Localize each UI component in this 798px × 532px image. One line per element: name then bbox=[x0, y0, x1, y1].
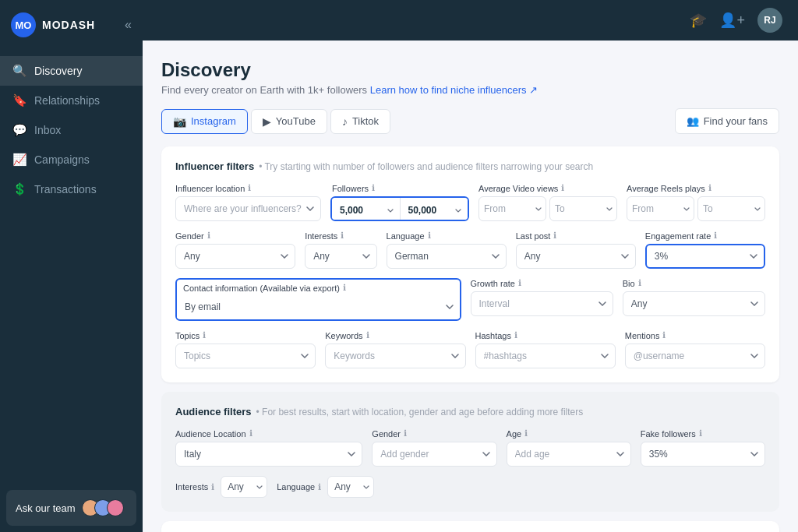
audience-language-select[interactable]: Any bbox=[327, 476, 374, 498]
audience-interests-select[interactable]: Any bbox=[221, 476, 267, 498]
language-select[interactable]: German bbox=[387, 244, 507, 269]
interests-select[interactable]: Any bbox=[305, 244, 376, 269]
add-user-icon[interactable]: 👤+ bbox=[719, 12, 745, 29]
hashtags-group: Hashtags ℹ #hashtags bbox=[475, 330, 616, 368]
mentions-info-icon[interactable]: ℹ bbox=[662, 330, 666, 340]
tiktok-icon: ♪ bbox=[342, 115, 348, 128]
username-search-card: Search by username • Successful users of… bbox=[161, 521, 779, 532]
graduation-icon[interactable]: 🎓 bbox=[690, 12, 707, 29]
learn-more-link[interactable]: Learn how to find niche influencers ↗ bbox=[370, 84, 538, 96]
page-content: Discovery Find every creator on Earth wi… bbox=[143, 41, 798, 532]
avg-reels-label: Average Reels plays ℹ bbox=[627, 183, 765, 193]
followers-info-icon[interactable]: ℹ bbox=[372, 183, 375, 193]
audience-interests-info-icon[interactable]: ℹ bbox=[211, 482, 214, 492]
audience-gender-label: Gender ℹ bbox=[372, 428, 496, 439]
sidebar-item-relationships[interactable]: 🔖 Relationships bbox=[0, 86, 143, 115]
contact-select[interactable]: By email bbox=[177, 296, 460, 318]
followers-label: Followers ℹ bbox=[330, 183, 469, 193]
keywords-select[interactable]: Keywords bbox=[325, 344, 465, 368]
sidebar-item-label: Transactions bbox=[34, 183, 97, 196]
contact-info-icon[interactable]: ℹ bbox=[343, 283, 346, 293]
interests-info-icon[interactable]: ℹ bbox=[341, 231, 344, 241]
last-post-select[interactable]: Any bbox=[516, 244, 636, 269]
interests-label: Interests ℹ bbox=[305, 231, 376, 241]
fake-followers-select[interactable]: 35% bbox=[641, 442, 765, 467]
audience-age-group: Age ℹ Add age bbox=[507, 428, 631, 467]
audience-location-info-icon[interactable]: ℹ bbox=[249, 428, 252, 439]
sidebar-item-inbox[interactable]: 💬 Inbox bbox=[0, 115, 143, 145]
collapse-button[interactable]: « bbox=[125, 18, 132, 32]
hashtags-info-icon[interactable]: ℹ bbox=[514, 330, 517, 340]
growth-select[interactable]: Interval bbox=[471, 291, 613, 316]
contact-label: Contact information (Available via expor… bbox=[177, 283, 460, 293]
last-post-group: Last post ℹ Any bbox=[516, 231, 636, 269]
avg-video-range: From To bbox=[478, 196, 617, 221]
gender-group: Gender ℹ Any bbox=[175, 231, 295, 269]
growth-info-icon[interactable]: ℹ bbox=[518, 278, 521, 288]
avg-reels-info-icon[interactable]: ℹ bbox=[708, 183, 711, 193]
keywords-info-icon[interactable]: ℹ bbox=[366, 330, 369, 340]
topics-info-icon[interactable]: ℹ bbox=[203, 330, 206, 340]
app-name: MODASH bbox=[42, 19, 95, 31]
audience-age-select[interactable]: Add age bbox=[507, 442, 631, 467]
ask-team-button[interactable]: Ask our team bbox=[6, 490, 136, 526]
engagement-group: Engagement rate ℹ 3% bbox=[645, 231, 765, 269]
avatar-3 bbox=[107, 499, 124, 516]
bio-select[interactable]: Any bbox=[623, 291, 765, 316]
team-avatars bbox=[82, 499, 124, 516]
avg-reels-from-select[interactable]: From bbox=[627, 196, 694, 221]
sidebar-item-transactions[interactable]: 💲 Transactions bbox=[0, 174, 143, 204]
ask-team-label: Ask our team bbox=[16, 502, 76, 514]
audience-gender-select[interactable]: Add gender bbox=[372, 442, 496, 467]
topbar: 🎓 👤+ RJ bbox=[143, 0, 798, 41]
filter-row-2: Gender ℹ Any Interests ℹ Any bbox=[175, 231, 765, 269]
influencer-filters-card: Influencer filters • Try starting with n… bbox=[161, 146, 779, 382]
audience-gender-info-icon[interactable]: ℹ bbox=[404, 428, 407, 439]
audience-age-info-icon[interactable]: ℹ bbox=[524, 428, 528, 439]
sidebar-item-label: Campaigns bbox=[34, 153, 90, 166]
sidebar-nav: 🔍 Discovery 🔖 Relationships 💬 Inbox 📈 Ca… bbox=[0, 50, 143, 484]
instagram-icon: 📷 bbox=[173, 115, 186, 128]
engagement-select[interactable]: 3% bbox=[645, 244, 765, 269]
language-info-icon[interactable]: ℹ bbox=[428, 231, 431, 241]
audience-location-select[interactable]: Italy bbox=[175, 442, 362, 467]
discovery-icon: 🔍 bbox=[12, 64, 26, 78]
engagement-info-icon[interactable]: ℹ bbox=[714, 231, 717, 241]
followers-to-select[interactable]: 50,000 bbox=[401, 198, 468, 221]
hashtags-select[interactable]: #hashtags bbox=[475, 344, 616, 368]
user-avatar[interactable]: RJ bbox=[757, 8, 782, 33]
sidebar-item-label: Relationships bbox=[34, 94, 100, 107]
transactions-icon: 💲 bbox=[12, 182, 26, 196]
bio-info-icon[interactable]: ℹ bbox=[638, 278, 641, 288]
find-fans-button[interactable]: 👥 Find your fans bbox=[675, 108, 779, 134]
relationships-icon: 🔖 bbox=[12, 93, 26, 107]
tab-youtube[interactable]: ▶ YouTube bbox=[251, 109, 327, 134]
audience-interests-label: Interests ℹ bbox=[175, 482, 214, 492]
fake-followers-info-icon[interactable]: ℹ bbox=[699, 428, 702, 439]
topics-select[interactable]: Topics bbox=[175, 344, 316, 368]
last-post-info-icon[interactable]: ℹ bbox=[553, 231, 556, 241]
location-select[interactable]: Where are your influencers? bbox=[175, 196, 321, 221]
avg-video-info-icon[interactable]: ℹ bbox=[561, 183, 564, 193]
avg-video-from-select[interactable]: From bbox=[478, 196, 546, 221]
sidebar-item-discovery[interactable]: 🔍 Discovery bbox=[0, 56, 143, 86]
audience-row-2: Interests ℹ Any Language ℹ Any bbox=[175, 476, 765, 498]
avg-video-to-select[interactable]: To bbox=[549, 196, 617, 221]
audience-filters-title: Audience filters • For best results, sta… bbox=[175, 406, 765, 417]
sidebar: MO MODASH « 🔍 Discovery 🔖 Relationships … bbox=[0, 0, 143, 532]
filter-row-4: Topics ℹ Topics Keywords ℹ Keywords bbox=[175, 330, 765, 368]
mentions-select[interactable]: @username bbox=[625, 344, 765, 368]
gender-info-icon[interactable]: ℹ bbox=[207, 231, 210, 241]
location-info-icon[interactable]: ℹ bbox=[248, 183, 251, 193]
gender-select[interactable]: Any bbox=[175, 244, 295, 269]
sidebar-item-campaigns[interactable]: 📈 Campaigns bbox=[0, 145, 143, 174]
tab-instagram[interactable]: 📷 Instagram bbox=[161, 109, 248, 134]
followers-from-select[interactable]: 5,000 bbox=[332, 198, 400, 221]
tab-tiktok[interactable]: ♪ Tiktok bbox=[330, 109, 390, 134]
fake-followers-group: Fake followers ℹ 35% bbox=[641, 428, 765, 467]
location-label: Influencer location ℹ bbox=[175, 183, 321, 193]
avg-reels-to-select[interactable]: To bbox=[697, 196, 765, 221]
audience-language-info-icon[interactable]: ℹ bbox=[318, 482, 321, 492]
youtube-icon: ▶ bbox=[263, 115, 271, 128]
contact-info-group: Contact information (Available via expor… bbox=[175, 278, 461, 321]
